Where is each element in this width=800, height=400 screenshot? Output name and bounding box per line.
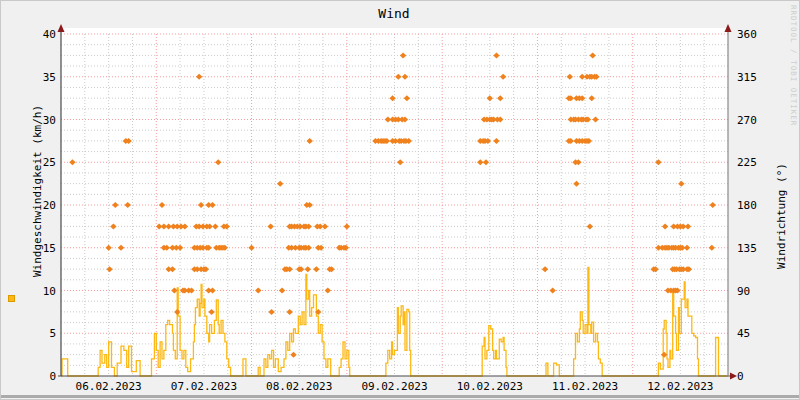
rrdtool-wind-graph: 0510152025303540045901351802252703153600…	[0, 0, 800, 400]
chart-title: Wind	[378, 6, 409, 21]
svg-text:20: 20	[43, 199, 56, 212]
svg-text:12.02.2023: 12.02.2023	[647, 380, 713, 393]
svg-text:06.02.2023: 06.02.2023	[76, 380, 142, 393]
svg-text:35: 35	[43, 71, 56, 84]
svg-text:0: 0	[49, 370, 56, 383]
svg-text:25: 25	[43, 156, 56, 169]
svg-text:5: 5	[49, 327, 56, 340]
left-axis-ticks: 0510152025303540	[43, 28, 56, 383]
left-axis-label: Windgeschwindigkeit (km/h)	[31, 105, 44, 277]
svg-text:10.02.2023: 10.02.2023	[457, 380, 523, 393]
svg-text:90: 90	[737, 285, 750, 298]
svg-text:270: 270	[737, 114, 757, 127]
right-axis-label: Windrichtung (°)	[775, 163, 788, 269]
svg-text:360: 360	[737, 28, 757, 41]
svg-text:135: 135	[737, 242, 757, 255]
svg-text:30: 30	[43, 114, 56, 127]
svg-text:315: 315	[737, 71, 757, 84]
svg-text:0: 0	[737, 370, 744, 383]
svg-text:09.02.2023: 09.02.2023	[361, 380, 427, 393]
svg-text:225: 225	[737, 156, 757, 169]
svg-text:08.02.2023: 08.02.2023	[266, 380, 332, 393]
svg-text:40: 40	[43, 28, 56, 41]
wind-chart-canvas: 0510152025303540045901351802252703153600…	[1, 1, 799, 399]
right-axis-ticks: 04590135180225270315360	[737, 28, 757, 383]
wind-speed-legend-marker	[8, 295, 15, 302]
rrdtool-watermark: RRDTOOL / TOBI OETIKER	[789, 5, 798, 126]
window-bottom-edge	[1, 395, 799, 398]
svg-text:15: 15	[43, 242, 56, 255]
svg-text:11.02.2023: 11.02.2023	[552, 380, 618, 393]
svg-text:07.02.2023: 07.02.2023	[171, 380, 237, 393]
svg-text:10: 10	[43, 285, 56, 298]
x-axis-labels: 06.02.202307.02.202308.02.202309.02.2023…	[76, 380, 714, 393]
svg-text:180: 180	[737, 199, 757, 212]
svg-text:45: 45	[737, 327, 750, 340]
